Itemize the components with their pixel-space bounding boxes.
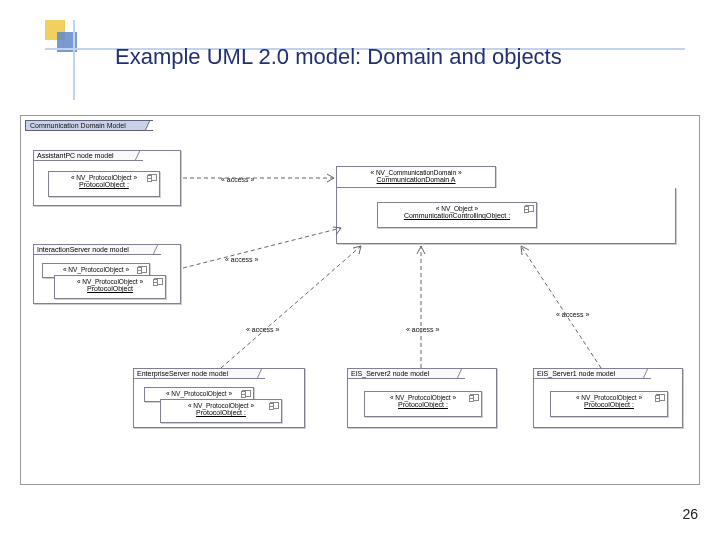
relation-label-access-1: « access »	[221, 176, 254, 183]
frame-eis1: EIS_Server1 node model « NV_ProtocolObje…	[533, 368, 683, 428]
frame-tab-eis2: EIS_Server2 node model	[347, 368, 465, 379]
slide-corner-decoration	[45, 20, 100, 75]
package-label: Communication Domain Model	[30, 122, 126, 129]
frame-interactionserver: InteractionServer node model « NV_Protoc…	[33, 244, 181, 304]
relation-label-access-2: « access »	[225, 256, 258, 263]
obj-enterprise-p2: « NV_ProtocolObject » ProtocolObject :	[160, 399, 282, 423]
obj-communication-domain: « NV_CommunicationDomain » Communication…	[336, 166, 496, 188]
frame-eis2: EIS_Server2 node model « NV_ProtocolObje…	[347, 368, 497, 428]
relation-label-access-5: « access »	[556, 311, 589, 318]
component-icon	[138, 266, 147, 273]
component-icon	[656, 394, 665, 401]
component-icon	[525, 205, 534, 212]
obj-assistantpc-protocol: « NV_ProtocolObject » ProtocolObject :	[48, 171, 160, 197]
obj-controller: « NV_Object » CommunicationControllingOb…	[377, 202, 537, 228]
component-icon	[242, 390, 251, 397]
package-tab-outer: Communication Domain Model	[25, 120, 153, 131]
relation-label-access-3: « access »	[246, 326, 279, 333]
relation-label-access-4: « access »	[406, 326, 439, 333]
frame-tab-assistantpc: AssistantPC node model	[33, 150, 143, 161]
frame-tab-eis1: EIS_Server1 node model	[533, 368, 651, 379]
frame-tab-interactionserver: InteractionServer node model	[33, 244, 161, 255]
component-icon	[154, 278, 163, 285]
obj-eis1-protocol: « NV_ProtocolObject » ProtocolObject :	[550, 391, 668, 417]
obj-eis2-protocol: « NV_ProtocolObject » ProtocolObject :	[364, 391, 482, 417]
frame-assistantpc: AssistantPC node model « NV_ProtocolObje…	[33, 150, 181, 206]
page-number: 26	[682, 506, 698, 522]
slide-title: Example UML 2.0 model: Domain and object…	[115, 44, 562, 70]
frame-tab-enterpriseserver: EnterpriseServer node model	[133, 368, 265, 379]
component-icon	[270, 402, 279, 409]
frame-enterpriseserver: EnterpriseServer node model « NV_Protoco…	[133, 368, 305, 428]
component-icon	[148, 174, 157, 181]
uml-diagram-canvas: Communication Domain Model AssistantPC n…	[20, 115, 700, 485]
obj-interaction-p2: « NV_ProtocolObject » ProtocolObject	[54, 275, 166, 299]
frame-domain-body: « NV_Object » CommunicationControllingOb…	[336, 188, 676, 244]
component-icon	[470, 394, 479, 401]
